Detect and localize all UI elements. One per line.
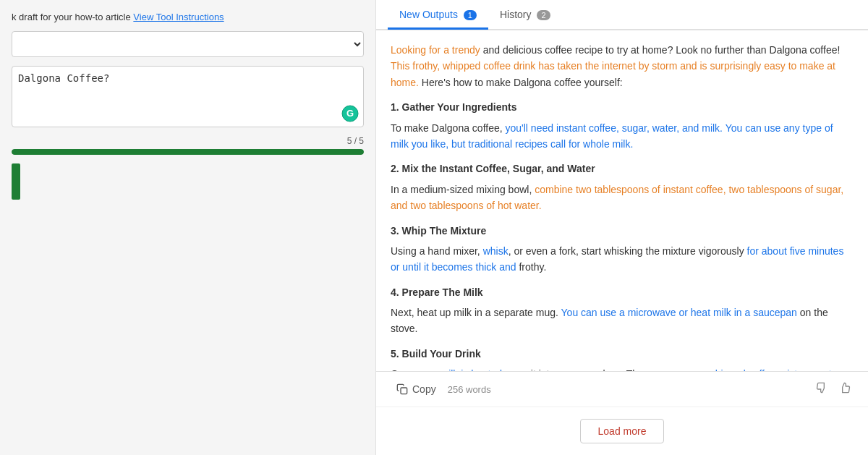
output-para-5: Once your milk is heated, pour it into a… — [391, 366, 854, 371]
progress-row: 5 / 5 — [12, 136, 364, 155]
text-span: whisk — [483, 245, 509, 257]
progress-label: 5 / 5 — [12, 136, 364, 146]
heading-3: 3. Whip The Mixture — [391, 223, 854, 239]
text-span: frothy. — [516, 261, 547, 273]
tab-new-outputs-label: New Outputs — [399, 9, 458, 20]
text-span: To make Dalgona coffee, — [391, 122, 506, 134]
text-span: Using a hand mixer, — [391, 245, 483, 257]
tab-history[interactable]: History 2 — [488, 1, 562, 30]
tabs-bar: New Outputs 1 History 2 — [376, 0, 868, 30]
text-span: In a medium-sized mixing bowl, — [391, 184, 535, 195]
heading-2: 2. Mix the Instant Coffee, Sugar, and Wa… — [391, 161, 854, 177]
like-icon — [839, 382, 851, 394]
left-panel: k draft for your how-to article View Too… — [0, 0, 376, 455]
text-span: trendy — [452, 44, 480, 56]
tab-new-outputs-badge: 1 — [464, 10, 477, 20]
output-para-2: In a medium-sized mixing bowl, combine t… — [391, 182, 854, 214]
tone-select[interactable] — [12, 31, 364, 57]
heading-5: 5. Build Your Drink — [391, 346, 854, 362]
dislike-button[interactable] — [813, 379, 830, 399]
text-span: Looking for a — [391, 44, 452, 56]
right-panel: New Outputs 1 History 2 Looking for a tr… — [376, 0, 868, 455]
svg-rect-2 — [401, 388, 407, 394]
page-label: k draft for your how-to article View Too… — [12, 12, 364, 22]
load-more-container: Load more — [376, 407, 868, 455]
grammarly-icon: G — [341, 105, 359, 122]
dislike-icon — [816, 382, 827, 394]
text-span: Here's how to make Dalgona coffee yourse… — [419, 77, 623, 88]
heading-1: 1. Gather Your Ingredients — [391, 99, 854, 115]
tab-history-label: History — [500, 9, 532, 20]
progress-bar-fill — [12, 149, 364, 155]
textarea-container: Dalgona Coffee? G — [12, 66, 364, 127]
text-span: , or even a fork, start whisking the mix… — [509, 245, 747, 257]
output-para-intro: Looking for a trendy and delicious coffe… — [391, 42, 854, 90]
text-span: You can use a microwave or heat milk in … — [561, 307, 797, 318]
text-span: Next, heat up milk in a separate mug. — [391, 307, 561, 318]
progress-bar-bg — [12, 149, 364, 155]
text-span: and delicious coffee recipe to try at ho… — [480, 44, 841, 56]
output-para-3: Using a hand mixer, whisk, or even a for… — [391, 243, 854, 276]
page-label-text: k draft for your how-to article — [12, 12, 131, 22]
copy-button[interactable]: Copy — [391, 380, 442, 398]
copy-icon — [396, 383, 408, 395]
output-text: Looking for a trendy and delicious coffe… — [391, 42, 854, 371]
output-content: Looking for a trendy and delicious coffe… — [376, 30, 868, 371]
heading-4: 4. Prepare The Milk — [391, 284, 854, 300]
output-para-1: To make Dalgona coffee, you'll need inst… — [391, 120, 854, 153]
footer-left: Copy 256 words — [391, 380, 491, 398]
output-footer: Copy 256 words — [376, 371, 868, 407]
dropdown-row — [12, 31, 364, 57]
word-count: 256 words — [448, 384, 491, 395]
svg-text:G: G — [346, 108, 354, 119]
copy-label: Copy — [412, 383, 436, 395]
footer-right — [813, 379, 854, 399]
tab-new-outputs[interactable]: New Outputs 1 — [388, 1, 488, 30]
green-block — [12, 163, 20, 200]
load-more-button[interactable]: Load more — [580, 419, 665, 443]
like-button[interactable] — [836, 379, 854, 399]
tab-history-badge: 2 — [537, 10, 550, 20]
output-para-4: Next, heat up milk in a separate mug. Yo… — [391, 305, 854, 337]
view-tool-instructions-link[interactable]: View Tool Instructions — [133, 12, 224, 22]
topic-input[interactable]: Dalgona Coffee? — [12, 67, 363, 124]
